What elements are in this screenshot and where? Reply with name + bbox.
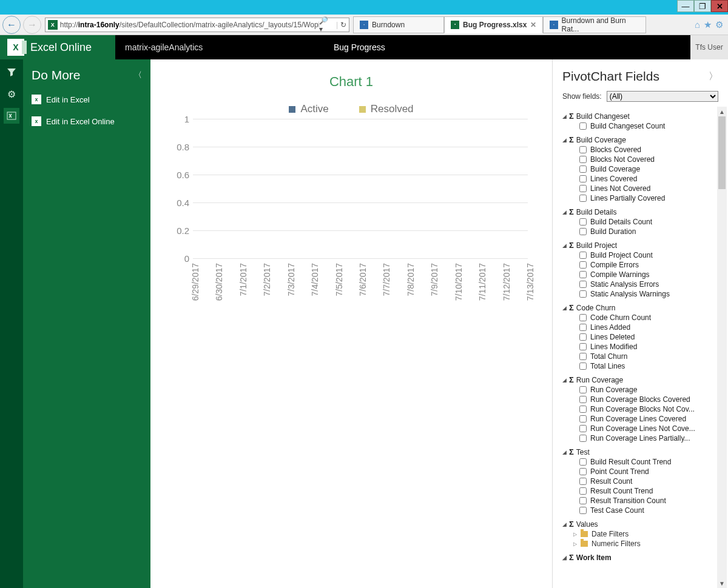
field-checkbox[interactable] <box>579 314 587 321</box>
field-checkbox[interactable] <box>579 271 587 278</box>
field-checkbox-row[interactable]: Run Coverage Lines Partially... <box>579 434 716 443</box>
field-checkbox[interactable] <box>579 228 587 235</box>
field-checkbox-row[interactable]: Lines Not Covered <box>579 184 716 193</box>
field-checkbox-row[interactable]: Blocks Covered <box>579 145 716 154</box>
field-checkbox-row[interactable]: Run Coverage Blocks Not Cov... <box>579 405 716 413</box>
field-checkbox-row[interactable]: Build Coverage <box>579 165 716 173</box>
field-checkbox[interactable] <box>579 122 587 130</box>
field-checkbox-row[interactable]: Build Result Count Trend <box>579 458 716 466</box>
browser-tab[interactable]: ·Burndown <box>353 16 444 33</box>
field-checkbox-row[interactable]: Total Churn <box>579 352 716 361</box>
field-checkbox-row[interactable]: Lines Covered <box>579 175 716 183</box>
field-checkbox[interactable] <box>579 435 587 442</box>
field-checkbox-row[interactable]: Run Coverage Lines Not Cove... <box>579 424 716 433</box>
field-checkbox-row[interactable]: Code Churn Count <box>579 313 716 322</box>
field-checkbox[interactable] <box>579 218 587 226</box>
field-checkbox-row[interactable]: Test Case Count <box>579 506 716 515</box>
user-badge[interactable]: Tfs User <box>690 35 728 59</box>
field-group-header[interactable]: ◢ΣBuild Changeset <box>562 112 716 121</box>
field-checkbox-row[interactable]: Run Coverage <box>579 386 716 394</box>
window-minimize-button[interactable]: — <box>677 0 694 12</box>
field-checkbox[interactable] <box>579 353 587 360</box>
scroll-thumb[interactable] <box>718 116 726 189</box>
field-group-header[interactable]: ◢ΣBuild Details <box>562 207 716 216</box>
gear-icon[interactable]: ⚙ <box>4 86 19 102</box>
field-checkbox-row[interactable]: Lines Added <box>579 323 716 332</box>
excel-tile-icon[interactable] <box>4 108 19 124</box>
back-button[interactable]: ← <box>2 16 21 34</box>
breadcrumb[interactable]: matrix-agileAnalytics <box>115 42 309 52</box>
field-checkbox-row[interactable]: Build Details Count <box>579 218 716 226</box>
browser-tab[interactable]: ·Bug Progress.xlsx✕ <box>444 16 543 33</box>
field-checkbox-row[interactable]: Run Coverage Blocks Covered <box>579 395 716 404</box>
field-group-header[interactable]: ◢ΣRun Coverage <box>562 375 716 384</box>
field-checkbox[interactable] <box>579 343 587 350</box>
tab-close-icon[interactable]: ✕ <box>530 21 536 29</box>
field-checkbox-row[interactable]: Lines Partially Covered <box>579 194 716 202</box>
field-checkbox[interactable] <box>579 333 587 341</box>
field-checkbox-row[interactable]: Total Lines <box>579 362 716 370</box>
tools-icon[interactable]: ⚙ <box>715 19 723 30</box>
refresh-button[interactable]: ↻ <box>340 21 346 29</box>
field-checkbox[interactable] <box>579 425 587 432</box>
value-folder-row[interactable]: ▷Numeric Filters <box>573 540 716 548</box>
value-folder-row[interactable]: ▷Date Filters <box>573 530 716 538</box>
show-fields-select[interactable]: (All) <box>607 91 718 102</box>
field-checkbox[interactable] <box>579 507 587 514</box>
field-checkbox[interactable] <box>579 386 587 393</box>
scroll-up-icon[interactable]: ▲ <box>717 107 727 116</box>
legend-active[interactable]: Active <box>289 103 328 115</box>
field-group-header[interactable]: ◢ΣTest <box>562 447 716 456</box>
chevron-left-icon[interactable]: 〈 <box>134 70 142 81</box>
field-checkbox[interactable] <box>579 185 587 192</box>
field-group-header[interactable]: ◢ΣBuild Coverage <box>562 135 716 144</box>
fields-scrollbar[interactable]: ▲ ▼ <box>717 107 727 588</box>
field-checkbox-row[interactable]: Result Count <box>579 477 716 486</box>
field-checkbox[interactable] <box>579 458 587 466</box>
field-checkbox-row[interactable]: Result Transition Count <box>579 496 716 505</box>
chevron-right-icon[interactable]: 〉 <box>709 70 718 83</box>
field-checkbox[interactable] <box>579 281 587 288</box>
home-icon[interactable]: ⌂ <box>695 19 700 30</box>
field-group-header[interactable]: ◢ΣWork Item <box>562 553 716 562</box>
search-dropdown-icon[interactable]: 🔎 ▾ <box>319 16 333 33</box>
field-checkbox[interactable] <box>579 478 587 485</box>
field-checkbox[interactable] <box>579 156 587 163</box>
field-checkbox-row[interactable]: Result Count Trend <box>579 487 716 495</box>
scroll-down-icon[interactable]: ▼ <box>717 578 727 588</box>
field-checkbox-row[interactable]: Build Project Count <box>579 251 716 259</box>
address-bar[interactable]: X http://intra-16only/sites/DefaultColle… <box>45 18 349 32</box>
legend-resolved[interactable]: Resolved <box>359 103 414 115</box>
field-checkbox-row[interactable]: Point Count Trend <box>579 467 716 476</box>
field-checkbox-row[interactable]: Compile Warnings <box>579 270 716 279</box>
field-checkbox-row[interactable]: Lines Deleted <box>579 333 716 341</box>
sidebar-item[interactable]: xEdit in Excel <box>32 95 142 104</box>
field-checkbox-row[interactable]: Compile Errors <box>579 261 716 269</box>
field-checkbox[interactable] <box>579 252 587 259</box>
field-checkbox-row[interactable]: Static Analysis Warnings <box>579 290 716 298</box>
field-checkbox[interactable] <box>579 396 587 403</box>
browser-tab[interactable]: ·Burndown and Burn Rat... <box>543 16 646 33</box>
field-checkbox[interactable] <box>579 290 587 298</box>
field-checkbox[interactable] <box>579 406 587 413</box>
excel-brand[interactable]: X Excel Online <box>0 35 115 59</box>
field-checkbox[interactable] <box>579 165 587 173</box>
window-maximize-button[interactable]: ❐ <box>694 0 711 12</box>
field-checkbox-row[interactable]: Run Coverage Lines Covered <box>579 415 716 423</box>
field-checkbox[interactable] <box>579 468 587 475</box>
field-checkbox[interactable] <box>579 146 587 153</box>
filter-icon[interactable] <box>4 64 19 80</box>
field-checkbox[interactable] <box>579 487 587 495</box>
field-checkbox-row[interactable]: Build Changeset Count <box>579 122 716 130</box>
field-checkbox[interactable] <box>579 324 587 331</box>
field-checkbox-row[interactable]: Blocks Not Covered <box>579 155 716 164</box>
field-checkbox[interactable] <box>579 195 587 202</box>
field-group-header[interactable]: ◢ΣValues <box>562 520 716 529</box>
field-checkbox[interactable] <box>579 362 587 370</box>
window-close-button[interactable]: ✕ <box>711 0 728 12</box>
field-group-header[interactable]: ◢ΣBuild Project <box>562 241 716 250</box>
field-group-header[interactable]: ◢ΣCode Churn <box>562 303 716 312</box>
sidebar-item[interactable]: xEdit in Excel Online <box>32 116 142 126</box>
favorites-icon[interactable]: ★ <box>704 19 712 30</box>
field-checkbox-row[interactable]: Static Analysis Errors <box>579 280 716 289</box>
